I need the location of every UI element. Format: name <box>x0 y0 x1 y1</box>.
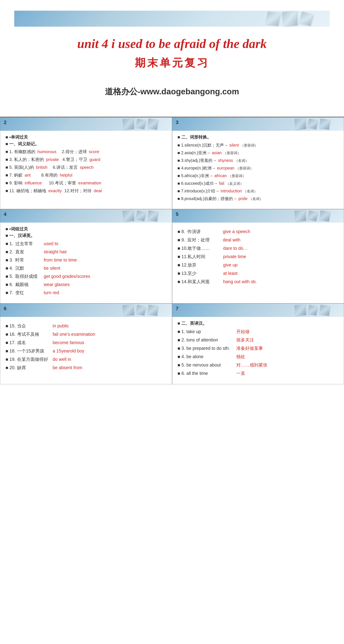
word-row-1: ■ 1. 有幽默感的 humorous 2.得分；进球 score <box>6 149 167 154</box>
phrase-6: ■ 6. 戴眼镜 wear glasses <box>6 282 167 288</box>
phrase-11: ■ 11. 私人时间 private time <box>178 254 339 260</box>
word-row-5: ■ 9. 影响 influence 10.考试；审查 examination <box>6 180 167 186</box>
slide-3-content: ■ 二、词形转换。 ■ 1. silence(n.)沉默；无声→ silent … <box>172 131 344 209</box>
slide-3-number: 3 <box>176 120 179 125</box>
word-6-en: speech <box>80 165 94 170</box>
slide-6-cube-3 <box>147 305 158 316</box>
word-11-en: exactly <box>48 188 62 193</box>
slide-4: 4 ■ •词组过关 ■ 一、汉译英。 ■ 1. 过去常常 used to ■ 2… <box>0 209 172 304</box>
slide-4-header1: ■ •词组过关 <box>6 226 28 231</box>
word-9-en: influence <box>25 180 42 186</box>
phrase-20: ■ 20. 缺席 be absent from <box>6 365 167 370</box>
slide-6-number: 6 <box>4 306 7 312</box>
phrase-12: ■ 12. 放弃 give up <box>178 262 339 268</box>
word-1-en: humorous <box>38 149 57 154</box>
word-row-2: ■ 3. 私人的；私密的 private 4.警卫；守卫 guard <box>6 157 167 162</box>
slide-5-cube-2 <box>307 210 318 221</box>
transform-4: ■ 4. europe(n.)欧洲→ european （形容词） <box>178 166 339 171</box>
slide-4-cube-1 <box>123 210 134 222</box>
phrase-4: ■ 4. 沉默 be silent <box>6 265 167 271</box>
slide-2-cube-1 <box>123 118 134 130</box>
slide-5: 5 ■ 8. 作演讲 give a speech ■ 9. 应对；处理 deal… <box>172 209 344 304</box>
slide-5-content: ■ 8. 作演讲 give a speech ■ 9. 应对；处理 deal w… <box>172 222 344 292</box>
slide-3-cube-1 <box>294 118 306 130</box>
slide-5-number: 5 <box>176 212 179 217</box>
word-4-num: 4.警卫；守卫 <box>62 157 87 162</box>
transform-5: ■ 5. africa(n.)非洲→ african （形容词） <box>178 173 339 178</box>
slide-7-cube-2 <box>307 305 318 315</box>
phrase-3: ■ 3. 时常 from time to time <box>6 257 167 263</box>
slide-2-cube-2 <box>135 119 146 129</box>
slide-6-cube-1 <box>123 304 134 316</box>
entocn-3: ■ 3. be prepared to do sth. 准备好做某事 <box>178 345 339 351</box>
slide-5-image-bar: 5 <box>172 209 344 222</box>
word-row-3: ■ 5. 英国(人)的 british 6.讲话；发言 speech <box>6 164 167 170</box>
phrase-8: ■ 8. 作演讲 give a speech <box>178 229 339 234</box>
phrase-17: ■ 17. 成名 become famous <box>6 340 167 346</box>
word-9-num: ■ 9. 影响 <box>6 180 23 186</box>
slide-7: 7 ■ 二、英译汉。 ■ 1. take up 开始做 ■ 2. tons of… <box>172 304 344 384</box>
cube-decoration-2 <box>282 11 298 26</box>
main-title: unit 4 i used to be afraid of the dark <box>14 36 330 52</box>
slide-4-image-bar: 4 <box>0 209 172 222</box>
word-12-num: 12.对付；对待 <box>64 188 92 194</box>
slide-4-cube-2 <box>135 210 146 221</box>
slide-7-cube-3 <box>319 305 330 316</box>
slide-2-number: 2 <box>4 120 7 125</box>
slide-5-cube-1 <box>294 210 306 222</box>
entocn-5: ■ 5. be nervous about 对……感到紧张 <box>178 362 339 368</box>
phrase-7: ■ 7. 变红 turn red <box>6 290 167 296</box>
word-12-en: deal <box>94 188 102 193</box>
word-11-num: ■ 11. 确切地；精确地 <box>6 188 46 194</box>
slide-3: 3 ■ 二、词形转换。 ■ 1. silence(n.)沉默；无声→ silen… <box>172 117 344 209</box>
word-5-num: ■ 5. 英国(人)的 <box>6 164 34 170</box>
transform-1: ■ 1. silence(n.)沉默；无声→ silent （形容词） <box>178 142 339 148</box>
phrase-1: ■ 1. 过去常常 used to <box>6 241 167 246</box>
word-10-en: examination <box>78 180 101 186</box>
word-6-num: 6.讲话；发言 <box>53 164 78 170</box>
slide-3-cube-3 <box>319 118 330 130</box>
entocn-6: ■ 6. all the time 一直 <box>178 370 339 376</box>
phrase-9: ■ 9. 应对；处理 deal with <box>178 237 339 243</box>
header-section: unit 4 i used to be afraid of the dark 期… <box>0 0 344 117</box>
cube-decoration-1 <box>266 11 280 26</box>
phrase-19: ■ 19. 在某方面做得好 do well in <box>6 356 167 362</box>
phrase-18: ■ 18. 一个15岁男孩 a 15yearold boy <box>6 348 167 354</box>
transform-8: ■ 8. proud(adj.)自豪的；骄傲的→ pride （名词） <box>178 196 339 202</box>
word-8-en: helpful <box>60 173 72 178</box>
slide-7-number: 7 <box>176 306 179 312</box>
transform-2: ■ 2. asia(n.)亚洲→ asian （形容词） <box>178 150 339 156</box>
slide-3-cube-2 <box>307 119 318 129</box>
word-10-num: 10.考试；审查 <box>49 180 76 186</box>
slide-2: 2 ■ •单词过关 ■ 一、词义助记。 ■ 1. 有幽默感的 humorous … <box>0 117 172 209</box>
slide-6-content: ■ 15. 当众 in public ■ 16. 考试不及格 fail one'… <box>0 317 172 378</box>
slide-5-cube-3 <box>319 210 330 221</box>
slide-4-cube-3 <box>147 210 158 221</box>
entocn-2: ■ 2. tons of attention 很多关注 <box>178 337 339 343</box>
slide-6-cube-2 <box>135 305 146 315</box>
cube-decoration-3 <box>299 12 313 26</box>
word-7-num: ■ 7. 蚂蚁 <box>6 172 23 178</box>
slide-4-content: ■ •词组过关 ■ 一、汉译英。 ■ 1. 过去常常 used to ■ 2. … <box>0 222 172 303</box>
word-7-en: ant <box>25 173 31 178</box>
slide-4-number: 4 <box>4 212 7 217</box>
slide-6-image-bar: 6 <box>0 304 172 317</box>
slide-2-cube-3 <box>147 118 158 130</box>
slides-grid: 2 ■ •单词过关 ■ 一、词义助记。 ■ 1. 有幽默感的 humorous … <box>0 117 344 384</box>
phrase-5: ■ 5. 取得好成绩 get good grades/scores <box>6 274 167 279</box>
transform-6: ■ 6. succeed(v.)成功→ fail （反义词） <box>178 181 339 186</box>
slide-6: 6 ■ 15. 当众 in public ■ 16. 考试不及格 fail on… <box>0 304 172 384</box>
slide-7-image-bar: 7 <box>172 304 344 317</box>
transform-3: ■ 3. shy(adj.)害羞的→ shyness （名词） <box>178 158 339 163</box>
subtitle: 期末单元复习 <box>14 56 330 70</box>
phrase-16: ■ 16. 考试不及格 fail one's examination <box>6 331 167 337</box>
word-3-en: private <box>46 157 59 162</box>
transform-7: ■ 7. introduce(v.)介绍→ introduction （名词） <box>178 188 339 194</box>
word-2-en: score <box>89 149 99 154</box>
word-row-6: ■ 11. 确切地；精确地 exactly 12.对付；对待 deal <box>6 188 167 194</box>
slide-2-header1: ■ •单词过关 <box>6 135 28 140</box>
slide-2-content: ■ •单词过关 ■ 一、词义助记。 ■ 1. 有幽默感的 humorous 2.… <box>0 131 172 201</box>
word-row-4: ■ 7. 蚂蚁 ant 8.有用的 helpful <box>6 172 167 178</box>
phrase-15: ■ 15. 当众 in public <box>6 323 167 329</box>
phrase-13: ■ 13. 至少 at least <box>178 270 339 276</box>
